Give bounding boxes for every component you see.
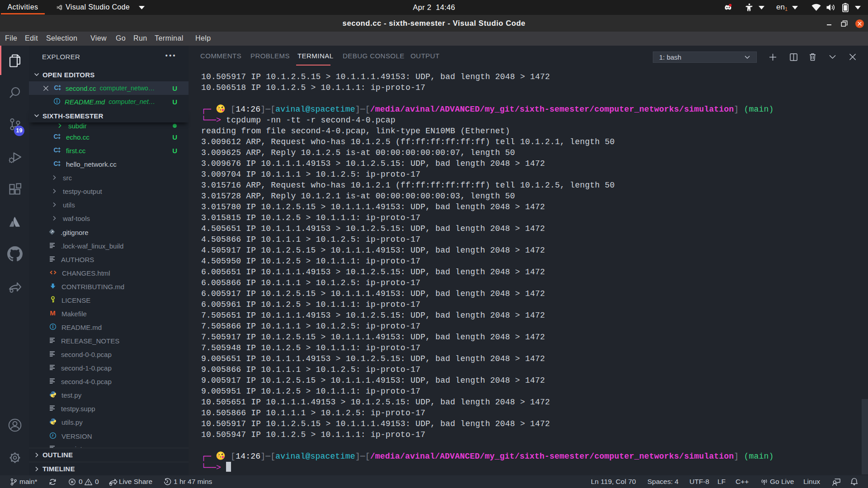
svg-text:C: C xyxy=(54,160,58,167)
svg-text:C: C xyxy=(54,84,59,91)
svg-text:C: C xyxy=(54,133,58,140)
svg-text:M: M xyxy=(50,310,56,317)
svg-text:C: C xyxy=(54,146,58,154)
